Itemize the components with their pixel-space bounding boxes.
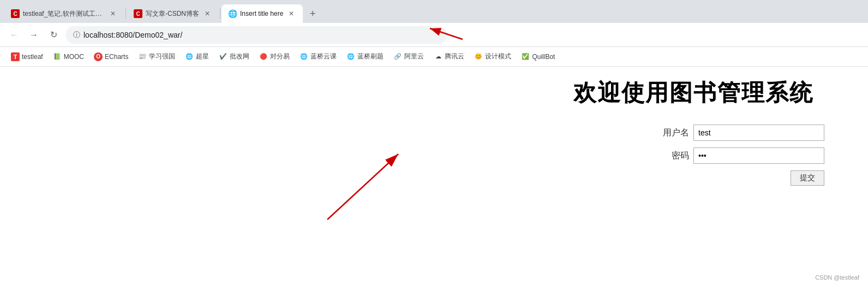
- footer-watermark: CSDN @testleaf: [815, 274, 859, 281]
- login-section: 欢迎使用图书管理系统 用户名 密码 提交: [562, 78, 824, 186]
- tab-bar: C testleaf_笔记,软件测试工程师面... ✕ C 写文章-CSDN博客…: [0, 0, 868, 23]
- back-button[interactable]: ←: [7, 27, 22, 43]
- page-title: 欢迎使用图书管理系统: [562, 78, 824, 108]
- forward-button[interactable]: →: [26, 27, 41, 43]
- refresh-button[interactable]: ↻: [46, 27, 61, 43]
- quillbot-label: QuillBot: [532, 53, 555, 61]
- tab-1[interactable]: C testleaf_笔记,软件测试工程师面... ✕: [4, 4, 124, 23]
- bookmark-shejimoshi[interactable]: 😊 设计模式: [470, 50, 516, 63]
- chaoxing-label: 超星: [196, 52, 209, 61]
- svg-line-3: [327, 154, 398, 220]
- bookmark-aliyun[interactable]: 🔗 阿里云: [389, 50, 428, 63]
- aliyun-icon: 🔗: [393, 52, 402, 61]
- tab-2-close[interactable]: ✕: [202, 9, 212, 19]
- mooc-label: MOOC: [64, 53, 84, 61]
- bookmark-testleaf[interactable]: T testleaf: [7, 50, 47, 63]
- xuexiqiangguo-icon: 📰: [138, 52, 147, 61]
- browser-chrome: C testleaf_笔记,软件测试工程师面... ✕ C 写文章-CSDN博客…: [0, 0, 868, 67]
- login-arrow-container: [316, 138, 426, 227]
- new-tab-button[interactable]: +: [305, 6, 320, 21]
- submit-row: 提交: [562, 170, 824, 186]
- url-text: localhost:8080/Demo02_war/: [83, 31, 440, 39]
- tengxunyun-label: 腾讯云: [445, 52, 464, 61]
- password-input[interactable]: [693, 147, 824, 164]
- bookmark-xuexiqiangguo[interactable]: 📰 学习强国: [134, 50, 179, 63]
- tab-3-close[interactable]: ✕: [286, 9, 296, 19]
- testleaf-icon: T: [11, 52, 20, 61]
- username-label: 用户名: [662, 127, 689, 139]
- pigaiwang-label: 批改网: [230, 52, 249, 61]
- tab-3-label: Insert title here: [240, 10, 283, 17]
- chaoxing-icon: 🌐: [185, 52, 194, 61]
- tengxunyun-icon: ☁: [434, 52, 442, 61]
- tab-1-favicon: C: [11, 9, 20, 18]
- testleaf-label: testleaf: [22, 53, 43, 61]
- tab-2-label: 写文章-CSDN博客: [146, 9, 199, 19]
- tab-divider-1: [125, 8, 126, 19]
- lanyunyun-label: 蓝桥云课: [310, 52, 337, 61]
- xuexiqiangguo-label: 学习强国: [149, 52, 175, 61]
- page-content: 欢迎使用图书管理系统 用户名 密码 提交 CSDN @testleaf: [0, 67, 868, 285]
- login-arrow: [316, 138, 426, 225]
- tab-3-favicon: 🌐: [228, 9, 237, 18]
- password-label: 密码: [662, 150, 689, 162]
- security-icon: ⓘ: [73, 30, 80, 40]
- mooc-icon: 📗: [53, 52, 62, 61]
- aliyun-label: 阿里云: [404, 52, 424, 61]
- duifenyi-icon: 🔴: [259, 52, 268, 61]
- lanshuati-icon: 🌐: [346, 52, 355, 61]
- url-bar[interactable]: ⓘ localhost:8080/Demo02_war/: [65, 26, 447, 44]
- bookmark-chaoxing[interactable]: 🌐 超星: [181, 50, 213, 63]
- shejimoshi-label: 设计模式: [485, 52, 511, 61]
- password-row: 密码: [562, 147, 824, 164]
- bookmark-duifenyi[interactable]: 🔴 对分易: [255, 50, 294, 63]
- username-input[interactable]: [693, 125, 824, 141]
- submit-button[interactable]: 提交: [791, 170, 824, 186]
- username-row: 用户名: [562, 125, 824, 141]
- bookmarks-bar: T testleaf 📗 MOOC O ECharts 📰 学习强国 🌐 超星 …: [0, 47, 868, 67]
- lanyunyun-icon: 🌐: [300, 52, 308, 61]
- bookmark-echarts[interactable]: O ECharts: [89, 50, 133, 63]
- tab-3[interactable]: 🌐 Insert title here ✕: [222, 4, 303, 23]
- tab-2[interactable]: C 写文章-CSDN博客 ✕: [127, 4, 219, 23]
- bookmark-pigaiwang[interactable]: ✔️ 批改网: [214, 50, 254, 63]
- bookmark-lanyunyun[interactable]: 🌐 蓝桥云课: [295, 50, 341, 63]
- bookmark-lanshuati[interactable]: 🌐 蓝桥刷题: [342, 50, 388, 63]
- bookmark-quillbot[interactable]: ✅ QuillBot: [517, 50, 559, 63]
- bookmark-mooc[interactable]: 📗 MOOC: [49, 50, 88, 63]
- lanshuati-label: 蓝桥刷题: [357, 52, 384, 61]
- address-bar: ← → ↻ ⓘ localhost:8080/Demo02_war/: [0, 23, 868, 47]
- echarts-icon: O: [94, 52, 103, 61]
- echarts-label: ECharts: [105, 53, 128, 61]
- shejimoshi-icon: 😊: [474, 52, 483, 61]
- bookmark-tengxunyun[interactable]: ☁ 腾讯云: [429, 50, 469, 63]
- quillbot-icon: ✅: [521, 52, 530, 61]
- tab-divider-2: [220, 8, 220, 19]
- tab-1-label: testleaf_笔记,软件测试工程师面...: [23, 9, 105, 19]
- tab-1-close[interactable]: ✕: [108, 9, 118, 19]
- tab-2-favicon: C: [134, 9, 142, 18]
- pigaiwang-icon: ✔️: [219, 52, 228, 61]
- duifenyi-label: 对分易: [270, 52, 290, 61]
